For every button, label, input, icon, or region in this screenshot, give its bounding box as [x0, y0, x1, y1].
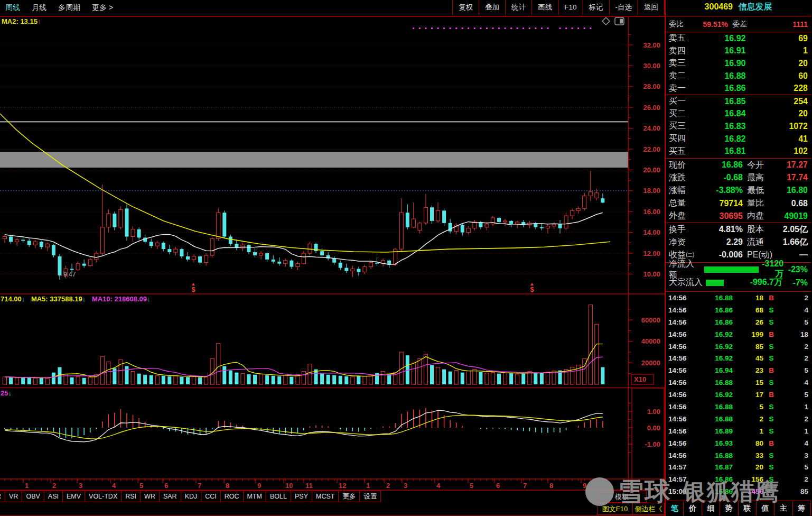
level-price: 16.92	[696, 34, 774, 43]
indicator-button-PSY[interactable]: PSY	[291, 491, 312, 502]
toolbar-button-统计[interactable]: 统计	[505, 0, 531, 15]
low-price-marker: ←9.47	[57, 271, 76, 278]
toolbar-button-返回[interactable]: 返回	[638, 0, 665, 15]
trade-row[interactable]: 14:5616.882S2	[666, 413, 811, 425]
tick-trade-list[interactable]: 14:5616.8818B214:5616.8668S414:5616.8626…	[666, 291, 811, 501]
trade-row[interactable]: 14:5616.8833S3	[666, 449, 811, 462]
svg-text:8: 8	[226, 482, 229, 490]
indicator-button-ASI[interactable]: ASI	[44, 491, 63, 502]
sell-row[interactable]: 卖一16.86228	[666, 82, 811, 95]
buy-row[interactable]: 买四16.8241	[666, 133, 811, 145]
trade-row[interactable]: 14:5616.9380B4	[666, 437, 811, 449]
trade-row[interactable]: 14:5616.9423B5	[666, 364, 811, 376]
trade-row[interactable]: 14:5616.8668S4	[666, 304, 811, 316]
flow-percent: -7%	[782, 278, 808, 288]
svg-text:11: 11	[305, 482, 313, 490]
level-volume: 60	[774, 71, 808, 81]
trade-row[interactable]: 14:5616.92199B18	[666, 328, 811, 340]
toolbar-button-画线[interactable]: 画线	[531, 0, 558, 15]
buy-row[interactable]: 买一16.85254	[666, 95, 811, 108]
trade-row[interactable]: 14:5616.9217B5	[666, 389, 811, 401]
stat-label: 净资	[669, 237, 702, 248]
trade-row[interactable]: 14:5616.8818B2	[666, 292, 811, 304]
svg-text:1: 1	[25, 482, 29, 490]
trade-row[interactable]: 14:5616.9285S2	[666, 340, 811, 353]
buy-row[interactable]: 买二16.8420	[666, 108, 811, 121]
trade-time: 14:56	[668, 343, 693, 351]
weibi-row: 委比 59.51% 委差 1111	[666, 16, 811, 32]
indicator-button-KDJ[interactable]: KDJ	[181, 491, 202, 502]
toolbar-button-复权[interactable]: 复权	[452, 0, 479, 15]
sell-row[interactable]: 卖四16.911	[666, 45, 811, 58]
sell-row[interactable]: 卖二16.8860	[666, 70, 811, 82]
indicator-button-VOL-TDX[interactable]: VOL-TDX	[85, 491, 122, 502]
stat-value: 16.86	[702, 160, 743, 170]
trade-row[interactable]: 14:5616.885S1	[666, 401, 811, 413]
trade-row[interactable]: 14:5716.86156S2	[666, 473, 811, 485]
toolbar-button-F10[interactable]: F10	[558, 0, 582, 15]
menu-item-周线[interactable]: 周线	[5, 3, 20, 13]
f10-button[interactable]: 图文F10	[597, 503, 633, 515]
indicator-button-BOLL[interactable]: BOLL	[266, 491, 291, 502]
toolbar-button-标记[interactable]: 标记	[583, 0, 609, 15]
indicator-button-ROC[interactable]: ROC	[220, 491, 244, 502]
indicator-button-SAR[interactable]: SAR	[159, 491, 181, 502]
sell-row[interactable]: 卖五16.9269	[666, 32, 811, 45]
indicator-button-MCST[interactable]: MCST	[312, 491, 339, 502]
trade-row[interactable]: 14:5616.9245S2	[666, 352, 811, 364]
buy-row[interactable]: 买三16.831072	[666, 120, 811, 133]
weicha-label: 委差	[728, 20, 747, 29]
buy-row[interactable]: 买五16.81102	[666, 145, 811, 158]
trade-direction: S	[763, 475, 779, 483]
stat-row: 涨跌-0.68最高17.74	[666, 171, 811, 184]
trade-count: 2	[779, 343, 808, 351]
trade-count: 5	[779, 366, 808, 374]
stat-label: 最高	[743, 172, 780, 183]
trade-price: 16.88	[693, 403, 733, 411]
menu-item-月线[interactable]: 月线	[32, 3, 46, 13]
trade-direction: S	[763, 318, 779, 326]
svg-text:16.00: 16.00	[643, 208, 660, 216]
panel-tab-联[interactable]: 联	[739, 501, 757, 515]
indicator-button-MTM[interactable]: MTM	[243, 491, 266, 502]
indicator-button-WR[interactable]: WR	[140, 491, 160, 502]
flow-row: 净流入额-3120万-23%	[666, 263, 811, 276]
panel-tab-势[interactable]: 势	[720, 501, 738, 515]
panel-tab-笔[interactable]: 笔	[666, 501, 684, 515]
svg-text:40000: 40000	[641, 337, 660, 345]
indicator-button-OBV[interactable]: OBV	[22, 491, 44, 502]
panel-tab-价[interactable]: 价	[684, 501, 702, 515]
level-label: 买四	[669, 133, 696, 144]
toolbar-button-叠加[interactable]: 叠加	[479, 0, 505, 15]
panel-tab-筹[interactable]: 筹	[793, 501, 811, 515]
menu-item-多周期[interactable]: 多周期	[58, 3, 80, 13]
quote-panel-tabs: 笔价细势联值主筹	[666, 501, 811, 515]
trade-row[interactable]: 14:5616.891S1	[666, 425, 811, 437]
kline-chart-canvas[interactable]: $$←9.4710.0012.0014.0016.0018.0020.0022.…	[0, 0, 665, 491]
trade-row[interactable]: 14:5616.8626S5	[666, 316, 811, 328]
toolbar-button--自选[interactable]: -自选	[609, 0, 638, 15]
trade-time: 15:00	[668, 487, 693, 495]
stat-label: 今开	[743, 160, 780, 171]
indicator-button-EMV[interactable]: EMV	[62, 491, 85, 502]
indicator-button-设置[interactable]: 设置	[359, 491, 381, 502]
panel-tab-细[interactable]: 细	[702, 501, 720, 515]
template-button[interactable]: 模板	[597, 491, 647, 503]
indicator-button-更多[interactable]: 更多	[338, 491, 360, 502]
trade-row[interactable]: 14:5616.8815S4	[666, 376, 811, 389]
trade-price: 16.87	[693, 463, 733, 471]
panel-tab-主[interactable]: 主	[774, 501, 792, 515]
trade-row[interactable]: 14:5716.8720S5	[666, 461, 811, 473]
indicator-button-RSI[interactable]: RSI	[121, 491, 141, 502]
trade-row[interactable]: 15:0016.86145685	[666, 485, 811, 497]
menu-item-更多 >[interactable]: 更多 >	[92, 3, 113, 13]
trade-volume: 45	[733, 354, 763, 362]
indicator-button-CCI[interactable]: CCI	[201, 491, 221, 502]
sell-row[interactable]: 卖三16.9020	[666, 57, 811, 70]
indicator-button-VR[interactable]: VR	[5, 491, 22, 502]
sidebar-toggle-button[interactable]: 侧边栏《	[632, 503, 665, 515]
trade-time: 14:57	[668, 463, 693, 471]
trade-count: 18	[779, 330, 808, 338]
level-label: 卖二	[669, 70, 696, 81]
panel-tab-值[interactable]: 值	[757, 501, 774, 515]
